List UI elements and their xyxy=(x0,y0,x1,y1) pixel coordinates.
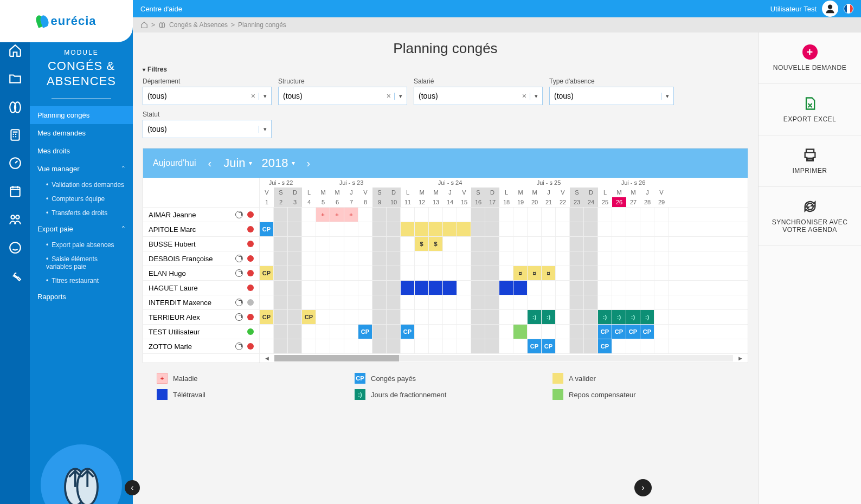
day-cell[interactable] xyxy=(485,281,499,295)
absence-tag[interactable] xyxy=(499,281,513,295)
type-select[interactable]: (tous)▾ xyxy=(549,87,674,105)
day-cell[interactable] xyxy=(640,339,654,353)
help-link[interactable]: Centre d'aide xyxy=(140,5,182,13)
day-cell[interactable] xyxy=(358,295,372,309)
day-cell[interactable]: :) xyxy=(612,310,626,324)
day-cell[interactable] xyxy=(260,295,274,309)
day-cell[interactable] xyxy=(457,208,471,222)
day-cell[interactable] xyxy=(288,295,302,309)
absence-tag[interactable] xyxy=(415,281,428,295)
nav-export[interactable]: Export paie˄ xyxy=(30,220,133,238)
crumb-module[interactable]: Congés & Absences xyxy=(169,21,228,29)
nav-export-variables[interactable]: Saisie éléments variables paie xyxy=(30,252,133,274)
day-cell[interactable] xyxy=(260,237,274,251)
day-cell[interactable] xyxy=(316,251,330,266)
day-cell[interactable] xyxy=(570,325,584,339)
day-cell[interactable] xyxy=(344,251,358,266)
day-cell[interactable] xyxy=(499,295,513,309)
day-cell[interactable] xyxy=(358,281,372,295)
absence-tag[interactable]: :) xyxy=(542,310,555,324)
day-cell[interactable] xyxy=(344,281,358,295)
absence-tag[interactable]: :) xyxy=(640,310,654,324)
day-cell[interactable] xyxy=(612,208,626,222)
day-cell[interactable] xyxy=(513,339,528,353)
day-cell[interactable]: CP xyxy=(542,339,556,353)
day-cell[interactable] xyxy=(640,251,654,266)
day-cell[interactable] xyxy=(443,295,457,309)
day-cell[interactable] xyxy=(471,222,485,236)
day-cell[interactable] xyxy=(542,237,556,251)
day-cell[interactable] xyxy=(471,339,485,353)
day-cell[interactable] xyxy=(429,339,443,353)
day-cell[interactable] xyxy=(429,208,443,222)
absence-tag[interactable]: CP xyxy=(542,339,555,353)
day-cell[interactable]: :) xyxy=(542,310,556,324)
day-cell[interactable] xyxy=(654,222,669,236)
locale-flag-icon[interactable] xyxy=(844,4,853,14)
day-cell[interactable] xyxy=(344,339,358,353)
day-cell[interactable] xyxy=(372,251,387,266)
day-cell[interactable] xyxy=(612,251,626,266)
day-cell[interactable] xyxy=(499,325,513,339)
day-cell[interactable] xyxy=(344,310,358,324)
absence-tag[interactable] xyxy=(513,325,527,339)
day-cell[interactable]: + xyxy=(316,208,330,222)
day-cell[interactable] xyxy=(542,222,556,236)
day-cell[interactable] xyxy=(372,295,387,309)
day-cell[interactable] xyxy=(528,237,542,251)
day-cell[interactable] xyxy=(288,281,302,295)
day-cell[interactable] xyxy=(471,251,485,266)
day-cell[interactable] xyxy=(654,295,669,309)
day-cell[interactable] xyxy=(372,266,387,280)
day-cell[interactable] xyxy=(302,222,316,236)
day-cell[interactable] xyxy=(598,208,612,222)
absence-tag[interactable]: + xyxy=(344,208,358,222)
day-cell[interactable] xyxy=(429,251,443,266)
day-cell[interactable]: CP xyxy=(401,325,415,339)
export-excel-button[interactable]: EXPORT EXCEL xyxy=(759,84,861,135)
day-cell[interactable] xyxy=(429,295,443,309)
absence-tag[interactable]: CP xyxy=(626,325,640,339)
day-cell[interactable]: CP xyxy=(358,325,372,339)
day-cell[interactable]: ¤ xyxy=(528,266,542,280)
day-cell[interactable] xyxy=(358,222,372,236)
day-cell[interactable] xyxy=(513,295,528,309)
day-cell[interactable]: CP xyxy=(640,325,654,339)
day-cell[interactable] xyxy=(429,281,443,295)
day-cell[interactable] xyxy=(288,237,302,251)
nav-export-tickets[interactable]: Titres restaurant xyxy=(30,274,133,288)
clear-icon[interactable]: × xyxy=(248,92,259,100)
day-cell[interactable] xyxy=(274,339,288,353)
day-cell[interactable] xyxy=(372,281,387,295)
day-cell[interactable]: + xyxy=(344,208,358,222)
day-cell[interactable] xyxy=(387,251,401,266)
day-cell[interactable] xyxy=(542,295,556,309)
day-cell[interactable] xyxy=(457,222,471,236)
day-cell[interactable] xyxy=(344,222,358,236)
day-cell[interactable] xyxy=(570,251,584,266)
day-cell[interactable] xyxy=(443,339,457,353)
absence-tag[interactable] xyxy=(415,222,428,236)
day-cell[interactable] xyxy=(443,208,457,222)
day-cell[interactable] xyxy=(344,325,358,339)
employee-name-cell[interactable]: BUSSE Hubert xyxy=(143,237,260,251)
day-cell[interactable] xyxy=(556,310,570,324)
filters-heading[interactable]: Filtres xyxy=(143,66,748,73)
flipflop-icon[interactable] xyxy=(8,100,22,116)
calendar-icon[interactable] xyxy=(8,184,22,201)
absence-tag[interactable] xyxy=(443,281,457,295)
day-cell[interactable] xyxy=(415,339,429,353)
avatar-icon[interactable] xyxy=(822,1,838,17)
employee-name-cell[interactable]: APITOLE Marc xyxy=(143,222,260,236)
folder-icon[interactable] xyxy=(8,72,22,88)
day-cell[interactable] xyxy=(640,222,654,236)
day-cell[interactable] xyxy=(302,325,316,339)
day-cell[interactable] xyxy=(443,310,457,324)
day-cell[interactable] xyxy=(260,208,274,222)
nav-export-abs[interactable]: Export paie absences xyxy=(30,238,133,252)
day-cell[interactable] xyxy=(457,325,471,339)
day-cell[interactable] xyxy=(528,281,542,295)
day-cell[interactable] xyxy=(598,266,612,280)
day-cell[interactable] xyxy=(288,339,302,353)
day-cell[interactable] xyxy=(274,295,288,309)
